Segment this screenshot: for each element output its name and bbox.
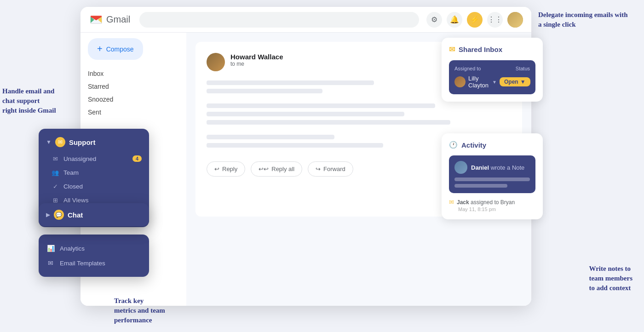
apps-button[interactable]: ⋮⋮ (487, 12, 503, 28)
annotation-bottom-left: Track keymetrics and teamperformance (114, 296, 165, 325)
shared-inbox-title-text: Shared Inbox (459, 46, 502, 53)
gmail-header: Gmail ⚙ 🔔 ⚡ ⋮⋮ (80, 7, 531, 33)
chevron-right-icon: ▶ (46, 212, 50, 218)
activity-icon: 🕐 (449, 141, 458, 149)
team-label: Team (63, 169, 79, 176)
email-templates-label: Email Templates (60, 260, 105, 267)
lilly-avatar (454, 76, 466, 87)
email-line-4 (207, 112, 404, 116)
activity-time: May 11, 8:15 pm (458, 206, 535, 212)
assigned-user-name: Lilly Clayton (468, 75, 489, 89)
note-author-name: Daniel (471, 164, 489, 171)
sender-to: to me (230, 61, 283, 67)
chevron-left-icon: ▼ (46, 139, 52, 145)
closed-label: Closed (63, 183, 83, 190)
activity-title: 🕐 Activity (449, 141, 535, 149)
analytics-panel: 📊 Analytics ✉ Email Templates (39, 235, 149, 277)
chat-panel: ▶ 💬 Chat (39, 203, 149, 226)
compose-plus-icon: + (97, 44, 103, 54)
search-input[interactable] (139, 12, 419, 28)
gmail-logo: Gmail (89, 12, 130, 27)
compose-label: Compose (106, 46, 134, 53)
chat-header: ▶ 💬 Chat (46, 210, 142, 220)
settings-button[interactable]: ⚙ (426, 12, 442, 28)
header-icons: ⚙ 🔔 ⚡ ⋮⋮ (426, 12, 523, 28)
annotation-left: Handle email andchat supportright inside… (2, 86, 56, 115)
support-nav-team[interactable]: 👥 Team (39, 166, 149, 179)
note-author-row: Daniel wrote a Note (454, 161, 530, 174)
email-line-1 (207, 80, 374, 85)
gmail-brand-text: Gmail (106, 14, 130, 25)
email-line-7 (207, 143, 383, 148)
status-chevron-icon: ▼ (520, 79, 526, 85)
assigned-card: Assigned to Status Lilly Clayton ▼ Open … (449, 60, 535, 94)
chat-title: Chat (68, 211, 83, 219)
annotation-bottom-right: Write notes toteam membersto add context (589, 264, 632, 293)
activity-entry-row: ✉ Jack assigned to Bryan (449, 199, 535, 206)
support-nav-unassigned[interactable]: ✉ Unassigned 4 (39, 152, 149, 166)
sidebar-item-snoozed[interactable]: Snoozed (80, 93, 181, 106)
reply-icon: ↩ (214, 166, 219, 172)
status-label: Status (516, 66, 530, 71)
shared-inbox-panel: ✉ Shared Inbox Assigned to Status Lilly … (442, 38, 543, 102)
compose-button[interactable]: + Compose (88, 38, 143, 60)
sidebar-item-sent[interactable]: Sent (80, 106, 181, 119)
analytics-label: Analytics (60, 245, 85, 252)
email-line-2 (207, 89, 322, 93)
sidebar-item-inbox[interactable]: Inbox (80, 67, 181, 80)
activity-action: assigned to Bryan (471, 199, 515, 206)
lightning-button[interactable]: ⚡ (467, 12, 483, 28)
analytics-item-email-templates[interactable]: ✉ Email Templates (46, 256, 142, 270)
note-action: wrote a Note (491, 164, 525, 171)
sender-name: Howard Wallace (230, 53, 283, 61)
activity-entry-icon: ✉ (449, 199, 454, 206)
reply-all-button[interactable]: ↩↩ Reply all (251, 161, 302, 177)
assigned-labels-row: Assigned to Status (454, 66, 530, 71)
email-line-6 (207, 135, 334, 139)
closed-icon: ✓ (52, 183, 59, 190)
analytics-icon: 📊 (46, 244, 55, 253)
allviews-icon: ⊞ (52, 196, 59, 204)
activity-actor: Jack (457, 199, 469, 206)
activity-title-text: Activity (461, 141, 486, 149)
activity-entry: ✉ Jack assigned to Bryan May 11, 8:15 pm (449, 199, 535, 212)
shared-inbox-title: ✉ Shared Inbox (449, 45, 535, 54)
forward-button[interactable]: ↪ Forward (308, 161, 353, 177)
activity-panel: 🕐 Activity Daniel wrote a Note ✉ Jack as… (442, 133, 543, 219)
avatar[interactable] (507, 12, 523, 28)
team-icon: 👥 (52, 169, 59, 176)
reply-all-icon: ↩↩ (259, 166, 269, 172)
analytics-item-analytics[interactable]: 📊 Analytics (46, 241, 142, 256)
email-line-5 (207, 120, 450, 125)
support-icon: ✉ (55, 137, 65, 147)
sidebar-starred-label: Starred (88, 83, 109, 90)
status-badge[interactable]: Open ▼ (500, 77, 530, 86)
sidebar-snoozed-label: Snoozed (88, 96, 113, 103)
note-line-2 (454, 184, 507, 188)
sidebar-sent-label: Sent (88, 109, 101, 116)
note-text: Daniel wrote a Note (471, 164, 524, 171)
allviews-label: All Views (63, 197, 89, 204)
support-title: Support (69, 138, 96, 146)
reply-label: Reply (222, 166, 237, 172)
support-header: ▼ ✉ Support (39, 135, 149, 152)
support-nav-closed[interactable]: ✓ Closed (39, 179, 149, 193)
notifications-button[interactable]: 🔔 (447, 12, 462, 28)
unassigned-icon: ✉ (52, 155, 59, 162)
reply-all-label: Reply all (271, 166, 294, 172)
gmail-m-icon (89, 12, 104, 27)
chat-icon: 💬 (54, 210, 64, 220)
activity-entry-text: Jack assigned to Bryan (457, 199, 515, 206)
assigned-to-label: Assigned to (454, 66, 481, 71)
note-line-1 (454, 177, 530, 181)
unassigned-label: Unassigned (63, 155, 96, 162)
reply-button[interactable]: ↩ Reply (207, 161, 245, 177)
sender-info: Howard Wallace to me (230, 53, 283, 67)
sidebar-item-starred[interactable]: Starred (80, 80, 181, 93)
status-text: Open (504, 79, 518, 85)
shared-inbox-icon: ✉ (449, 45, 455, 54)
annotation-top-right: Delegate incoming emails with a single c… (538, 10, 630, 29)
assigned-user-row: Lilly Clayton ▼ Open ▼ (454, 75, 530, 89)
daniel-avatar (454, 161, 467, 174)
forward-icon: ↪ (316, 166, 321, 172)
